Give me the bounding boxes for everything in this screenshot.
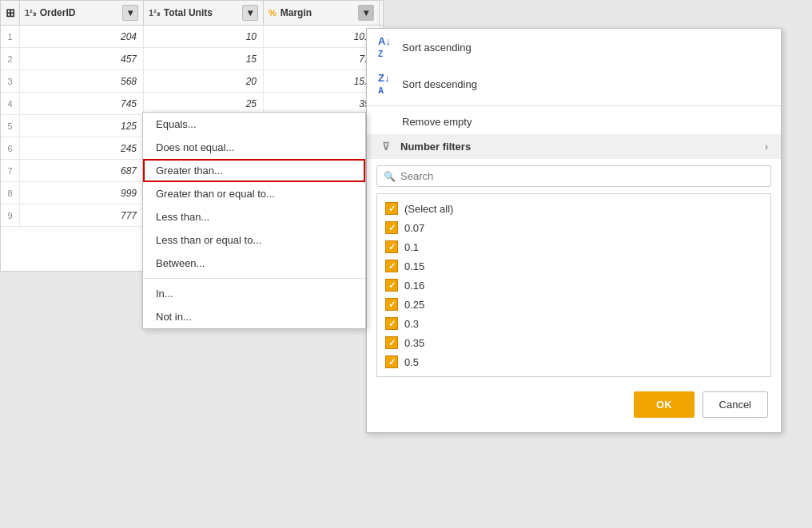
checkbox-0-3-box[interactable] — [385, 317, 398, 330]
order-id-type-icon: 1²₃ — [25, 8, 36, 18]
order-id-cell: 999 — [20, 182, 144, 204]
row-num-cell: 7 — [1, 160, 20, 181]
checkbox-0-07-label: 0.07 — [404, 222, 424, 234]
margin-type-icon: % — [269, 8, 277, 18]
total-units-cell: 10 — [144, 26, 264, 47]
checkbox-0-5-box[interactable] — [385, 355, 398, 368]
ok-button[interactable]: OK — [634, 391, 695, 418]
order-id-cell: 245 — [20, 137, 144, 159]
order-id-cell: 687 — [20, 160, 144, 181]
menu-item-less-equal[interactable]: Less than or equal to... — [143, 228, 365, 252]
order-id-dropdown[interactable]: ▾ — [122, 5, 138, 21]
total-units-cell: 25 — [144, 93, 264, 114]
checkbox-0-16-label: 0.16 — [404, 280, 424, 292]
sort-ascending-item[interactable]: A↓Z Sort ascending — [367, 29, 781, 66]
total-units-header: 1²₃ Total Units ▾ — [144, 1, 264, 25]
margin-cell: 10.0 — [264, 26, 380, 47]
row-num-cell: 5 — [1, 115, 20, 137]
order-id-cell: 568 — [20, 70, 144, 92]
checkbox-0-25-label: 0.25 — [404, 299, 424, 311]
order-id-cell: 777 — [20, 204, 144, 226]
order-id-cell: 204 — [20, 26, 144, 47]
total-units-cell: 15 — [144, 48, 264, 69]
search-icon: 🔍 — [384, 171, 396, 182]
total-units-dropdown[interactable]: ▾ — [242, 5, 258, 21]
remove-empty-item[interactable]: Remove empty — [367, 109, 781, 134]
context-menu: Equals... Does not equal... Greater than… — [142, 112, 366, 329]
checkbox-0-1-label: 0.1 — [404, 241, 419, 253]
checkbox-0-3[interactable]: 0.3 — [377, 314, 770, 333]
row-num-cell: 8 — [1, 182, 20, 204]
order-id-cell: 745 — [20, 93, 144, 114]
total-units-label: Total Units — [164, 7, 239, 18]
checkbox-select-all-label: (Select all) — [404, 203, 453, 215]
search-box: 🔍 — [376, 165, 771, 187]
row-num-cell: 3 — [1, 70, 20, 92]
cancel-button[interactable]: Cancel — [703, 391, 768, 418]
total-units-cell: 20 — [144, 70, 264, 92]
row-num-cell: 2 — [1, 48, 20, 69]
checkbox-0-35-box[interactable] — [385, 336, 398, 349]
menu-item-between[interactable]: Between... — [143, 252, 365, 275]
row-num-header: ⊞ — [1, 1, 20, 25]
order-id-label: OrderID — [40, 7, 119, 18]
sort-ascending-icon: A↓Z — [378, 35, 394, 59]
search-input[interactable] — [400, 170, 764, 182]
checkbox-select-all-box[interactable] — [385, 202, 398, 215]
menu-item-not-equal[interactable]: Does not equal... — [143, 136, 365, 159]
checkbox-0-3-label: 0.3 — [404, 318, 419, 330]
sort-descending-icon: Z↓A — [378, 72, 394, 96]
menu-item-equals[interactable]: Equals... — [143, 113, 365, 136]
menu-divider — [143, 278, 365, 279]
margin-header: % Margin ▾ — [264, 1, 380, 25]
table-row: 1 204 10 10.0 — [1, 26, 383, 48]
menu-item-less-than[interactable]: Less than... — [143, 205, 365, 228]
checkbox-0-5-label: 0.5 — [404, 356, 419, 368]
checkbox-0-16[interactable]: 0.16 — [377, 276, 770, 295]
number-filters-label: Number filters — [400, 141, 471, 153]
checkbox-0-1-box[interactable] — [385, 240, 398, 253]
number-filters-item[interactable]: ⊽ Number filters › — [367, 134, 781, 159]
checkbox-0-07[interactable]: 0.07 — [377, 218, 770, 237]
margin-cell: 35. — [264, 93, 380, 114]
row-num-cell: 1 — [1, 26, 20, 47]
chevron-right-icon: › — [765, 141, 768, 153]
checkbox-0-07-box[interactable] — [385, 221, 398, 234]
table-row: 3 568 20 15.0 — [1, 70, 383, 93]
row-num-cell: 9 — [1, 204, 20, 226]
filter-divider — [367, 105, 781, 106]
margin-dropdown[interactable]: ▾ — [358, 5, 374, 21]
order-id-cell: 457 — [20, 48, 144, 69]
checkbox-list: (Select all) 0.07 0.1 0.15 0.16 0.25 0.3 — [376, 193, 771, 377]
checkbox-0-15-label: 0.15 — [404, 260, 424, 272]
checkbox-0-35[interactable]: 0.35 — [377, 333, 770, 352]
row-num-cell: 4 — [1, 93, 20, 114]
sort-descending-item[interactable]: Z↓A Sort descending — [367, 66, 781, 102]
table-grid-icon: ⊞ — [6, 6, 15, 19]
menu-item-in[interactable]: In... — [143, 282, 365, 305]
checkbox-0-5[interactable]: 0.5 — [377, 352, 770, 371]
dialog-buttons: OK Cancel — [367, 382, 781, 424]
order-id-cell: 125 — [20, 115, 144, 137]
filter-panel: A↓Z Sort ascending Z↓A Sort descending R… — [366, 28, 782, 433]
checkbox-select-all[interactable]: (Select all) — [377, 199, 770, 218]
table-header: ⊞ 1²₃ OrderID ▾ 1²₃ Total Units ▾ % Marg… — [1, 1, 383, 26]
sort-descending-label: Sort descending — [402, 78, 477, 90]
sort-ascending-label: Sort ascending — [402, 42, 472, 54]
checkbox-0-16-box[interactable] — [385, 279, 398, 292]
margin-cell: 7.0 — [264, 48, 380, 69]
total-units-type-icon: 1²₃ — [149, 8, 160, 18]
checkbox-0-25[interactable]: 0.25 — [377, 295, 770, 314]
checkbox-0-25-box[interactable] — [385, 298, 398, 311]
filter-funnel-icon: ⊽ — [380, 141, 392, 153]
row-num-cell: 6 — [1, 137, 20, 159]
order-id-header: 1²₃ OrderID ▾ — [20, 1, 144, 25]
menu-item-greater-than[interactable]: Greater than... — [143, 159, 365, 182]
menu-item-greater-equal[interactable]: Greater than or equal to... — [143, 182, 365, 205]
checkbox-0-35-label: 0.35 — [404, 337, 424, 349]
checkbox-0-15[interactable]: 0.15 — [377, 256, 770, 276]
checkbox-0-15-box[interactable] — [385, 260, 398, 272]
menu-item-not-in[interactable]: Not in... — [143, 305, 365, 328]
margin-cell: 15.0 — [264, 70, 380, 92]
checkbox-0-1[interactable]: 0.1 — [377, 237, 770, 256]
